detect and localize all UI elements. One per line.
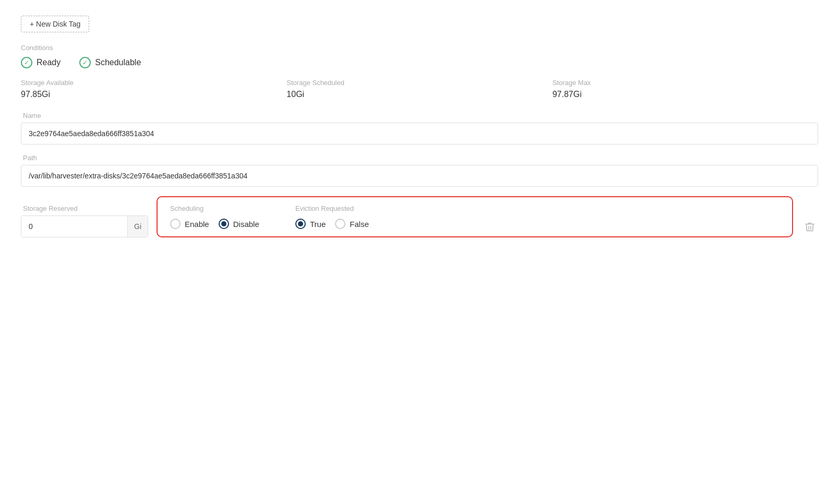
eviction-label: Eviction Requested (295, 205, 780, 212)
name-field-group: Name (21, 112, 818, 145)
scheduling-disable-label: Disable (233, 220, 259, 229)
storage-available-label: Storage Available (21, 79, 286, 87)
storage-available-col: Storage Available 97.85Gi (21, 79, 286, 99)
delete-button[interactable] (801, 219, 818, 235)
new-disk-tag-button[interactable]: + New Disk Tag (21, 16, 89, 32)
schedulable-check-icon: ✓ (79, 57, 91, 68)
storage-scheduled-value: 10Gi (286, 90, 552, 99)
storage-max-col: Storage Max 97.87Gi (553, 79, 818, 99)
eviction-true-radio-outer (295, 219, 306, 229)
storage-reserved-input-row: Gi (21, 215, 148, 237)
storage-max-value: 97.87Gi (553, 90, 818, 99)
condition-schedulable-label: Schedulable (95, 58, 141, 67)
conditions-row: ✓ Ready ✓ Schedulable (21, 57, 818, 68)
scheduling-disable-radio-inner (221, 221, 226, 226)
eviction-true-label: True (310, 220, 326, 229)
path-input[interactable] (21, 165, 818, 187)
scheduling-disable-radio[interactable]: Disable (219, 219, 259, 229)
se-labels-row: Scheduling Eviction Requested (170, 205, 780, 212)
ready-check-icon: ✓ (21, 57, 32, 68)
eviction-false-radio[interactable]: False (335, 219, 369, 229)
storage-reserved-group: Storage Reserved Gi (21, 205, 148, 237)
conditions-label: Conditions (21, 44, 818, 52)
storage-reserved-input[interactable] (21, 216, 127, 237)
scheduling-disable-radio-outer (219, 219, 229, 229)
scheduling-enable-radio-outer (170, 219, 181, 229)
eviction-true-radio[interactable]: True (295, 219, 326, 229)
eviction-radio-group: True False (295, 219, 780, 229)
path-field-group: Path (21, 154, 818, 187)
storage-available-value: 97.85Gi (21, 90, 286, 99)
scheduling-enable-radio[interactable]: Enable (170, 219, 209, 229)
scheduling-radio-group: Enable Disable (170, 219, 295, 229)
bottom-row: Storage Reserved Gi Scheduling Eviction … (21, 196, 818, 237)
name-field-label: Name (23, 112, 818, 119)
plus-icon: + New Disk Tag (30, 20, 80, 28)
eviction-false-label: False (350, 220, 369, 229)
storage-max-label: Storage Max (553, 79, 818, 87)
scheduling-enable-label: Enable (185, 220, 209, 229)
path-field-label: Path (23, 154, 818, 162)
conditions-section: Conditions ✓ Ready ✓ Schedulable (21, 44, 818, 68)
storage-scheduled-label: Storage Scheduled (286, 79, 552, 87)
storage-reserved-label: Storage Reserved (23, 205, 148, 212)
storage-row: Storage Available 97.85Gi Storage Schedu… (21, 79, 818, 99)
eviction-true-radio-inner (298, 221, 303, 226)
scheduling-eviction-box: Scheduling Eviction Requested Enable Dis… (157, 196, 793, 237)
condition-schedulable: ✓ Schedulable (79, 57, 141, 68)
storage-scheduled-col: Storage Scheduled 10Gi (286, 79, 552, 99)
condition-ready-label: Ready (37, 58, 61, 67)
condition-ready: ✓ Ready (21, 57, 61, 68)
name-input[interactable] (21, 123, 818, 145)
scheduling-label: Scheduling (170, 205, 295, 212)
se-controls-row: Enable Disable True (170, 219, 780, 229)
eviction-false-radio-outer (335, 219, 345, 229)
storage-reserved-unit: Gi (127, 216, 148, 237)
